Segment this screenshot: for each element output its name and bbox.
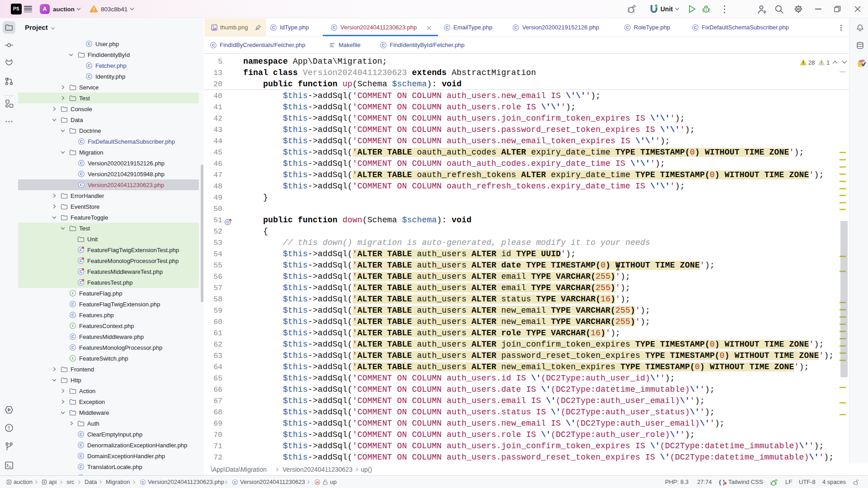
svg-text:m: m: [316, 480, 319, 484]
